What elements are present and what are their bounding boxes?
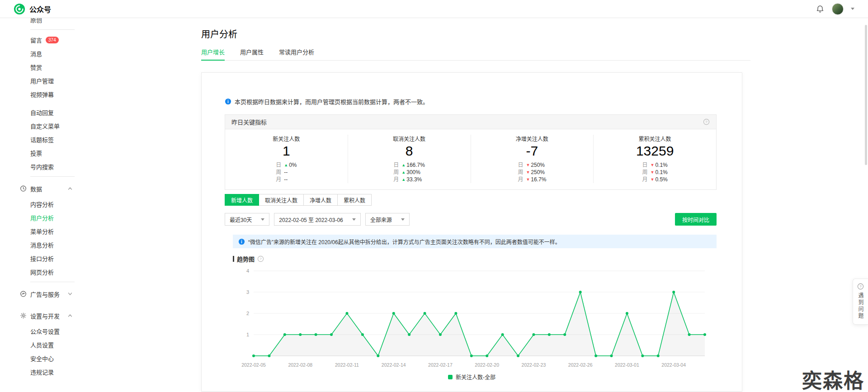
filter-row: 最近30天2022-02-05 至 2022-03-06全部来源 按时间对比: [225, 213, 717, 226]
chevron-down-icon: [68, 292, 72, 296]
trend-up-icon: ▲: [284, 163, 288, 167]
compare-by-time-button[interactable]: 按时间对比: [675, 213, 717, 226]
metric-trend-row: 日▼250%: [518, 161, 546, 169]
sidebar-item-ads-services[interactable]: 广告与服务: [0, 285, 99, 302]
sidebar-item-custom-menu[interactable]: 自定义菜单: [0, 119, 99, 132]
filter-source-dropdown[interactable]: 全部来源: [365, 213, 410, 226]
sidebar-item-staff-settings[interactable]: 人员设置: [0, 338, 99, 351]
svg-text:2022-02-08: 2022-02-08: [288, 362, 312, 368]
metric-tab-1[interactable]: 取消关注人数: [259, 194, 304, 206]
metrics-body: 新关注人数1日▲0%周--月--取消关注人数8日▲166.7%周▲300%月▲3…: [225, 129, 716, 189]
chart-legend[interactable]: 新关注人数-全部: [202, 373, 742, 381]
metric-trend-rows: 日▲166.7%周▲300%月▲33.3%: [393, 161, 425, 183]
sidebar-item-label: 公众号设置: [30, 327, 60, 335]
metric-trend-value: --: [284, 176, 288, 183]
watermark-text: 奕森格: [802, 370, 864, 392]
sidebar-item-label: 消息: [30, 49, 42, 58]
sidebar-item-message-analysis[interactable]: 消息分析: [0, 238, 99, 251]
metric-card-1: 取消关注人数8日▲166.7%周▲300%月▲33.3%: [348, 135, 471, 183]
metric-trend-rows: 日▼0.1%周▼0.1%月▼0.5%: [642, 161, 667, 183]
filter-range-dropdown[interactable]: 最近30天: [225, 213, 269, 226]
sidebar-item-account-search[interactable]: 号内搜索: [0, 160, 99, 173]
metric-period-label: 月: [518, 176, 523, 183]
svg-text:2: 2: [246, 311, 249, 316]
metric-period-label: 周: [393, 169, 399, 176]
metric-card-0: 新关注人数1日▲0%周--月--: [225, 135, 348, 183]
tab-1[interactable]: 用户属性: [240, 46, 264, 60]
wechat-mp-dashboard: 公众号 原创留言374消息赞赏用户管理视频弹幕自动回复自定义菜单话题标签投票号内…: [0, 0, 868, 392]
data-notice: 本页根据昨日数据来计算，而用户管理页根据当前数据计算，两者不一致。: [225, 97, 429, 106]
metric-trend-row: 周▼0.1%: [642, 169, 667, 176]
sidebar-item-label: 广告与服务: [30, 290, 60, 298]
sidebar-item-label: 人员设置: [30, 340, 54, 349]
trend-up-icon: ▲: [401, 178, 406, 182]
metric-value: 13259: [636, 143, 674, 159]
sidebar-item-menu-analysis[interactable]: 菜单分析: [0, 224, 99, 238]
metric-value: 1: [283, 143, 290, 159]
clock-icon: [20, 185, 27, 192]
metric-period-label: 日: [518, 161, 523, 169]
svg-text:1: 1: [246, 332, 249, 337]
sidebar-item-user-analysis[interactable]: 用户分析: [0, 211, 99, 224]
svg-text:4: 4: [246, 268, 249, 274]
metric-label: 取消关注人数: [393, 135, 425, 142]
key-metrics-card: 昨日关键指标 ? 新关注人数1日▲0%周--月--取消关注人数8日▲166.7%…: [225, 114, 717, 190]
help-question-icon[interactable]: ?: [703, 118, 710, 125]
user-avatar[interactable]: [832, 3, 844, 15]
sidebar-item-violation-records[interactable]: 违规记录: [0, 365, 99, 378]
svg-text:?: ?: [705, 120, 708, 124]
sidebar-item-security-center[interactable]: 安全中心: [0, 351, 99, 365]
sidebar-item-video-danmu[interactable]: 视频弹幕: [0, 87, 99, 101]
metric-trend-value: 33.3%: [406, 176, 422, 183]
metric-period-label: 日: [276, 161, 281, 169]
tab-0[interactable]: 用户增长: [201, 46, 225, 60]
metric-tab-0[interactable]: 新增人数: [225, 194, 259, 206]
svg-text:?: ?: [859, 284, 862, 288]
tab-2[interactable]: 常读用户分析: [279, 46, 314, 60]
chevron-down-icon[interactable]: [851, 8, 854, 10]
svg-text:2022-02-05: 2022-02-05: [241, 362, 266, 368]
sidebar-item-api-analysis[interactable]: 接口分析: [0, 251, 99, 265]
metric-trend-value: 250%: [531, 169, 545, 176]
sidebar-item-content-analysis[interactable]: 内容分析: [0, 197, 99, 211]
sidebar-item-data[interactable]: 数据: [0, 180, 99, 197]
sidebar-item-label: 设置与开发: [30, 312, 60, 320]
wechat-logo-icon: [14, 3, 25, 15]
sidebar-item-messages[interactable]: 消息: [0, 47, 99, 60]
sidebar-item-label: 原创: [30, 18, 42, 24]
svg-text:2022-02-11: 2022-02-11: [335, 362, 359, 368]
metric-trend-row: 日▲0%: [276, 161, 297, 169]
svg-text:2022-03-01: 2022-03-01: [615, 362, 639, 368]
metric-period-label: 月: [393, 176, 399, 183]
filter-dates-dropdown[interactable]: 2022-02-05 至 2022-03-06: [274, 213, 360, 226]
key-metrics-title: 昨日关键指标: [231, 118, 267, 126]
sidebar-item-account-settings[interactable]: 公众号设置: [0, 324, 99, 338]
feedback-float-button[interactable]: ? 遇到问题: [853, 279, 868, 325]
bell-icon[interactable]: [816, 5, 825, 14]
sidebar-item-web-analysis[interactable]: 网页分析: [0, 265, 99, 279]
metric-period-label: 月: [642, 176, 647, 183]
metric-trend-value: 0%: [289, 161, 297, 169]
metric-tab-3[interactable]: 累积人数: [337, 194, 372, 206]
metric-period-label: 周: [276, 169, 281, 176]
vertical-scrollbar[interactable]: [865, 25, 867, 165]
sidebar-item-settings-dev[interactable]: 设置与开发: [0, 307, 99, 324]
sidebar-item-comments[interactable]: 留言374: [0, 33, 99, 47]
metric-trend-row: 日▲166.7%: [393, 161, 425, 169]
sidebar-item-vote[interactable]: 投票: [0, 146, 99, 160]
sidebar-item-topic-tags[interactable]: 话题标签: [0, 132, 99, 146]
svg-text:2022-02-14: 2022-02-14: [382, 362, 406, 368]
sidebar-item-user-management[interactable]: 用户管理: [0, 74, 99, 87]
sidebar-item-appreciation[interactable]: 赞赏: [0, 60, 99, 74]
help-question-icon[interactable]: ?: [257, 255, 264, 262]
caret-down-icon: [401, 218, 405, 221]
sidebar-item-label: 号内搜索: [30, 162, 54, 171]
sidebar-item-original[interactable]: 原创: [0, 18, 99, 26]
metric-trend-row: 月▼0.5%: [642, 176, 667, 183]
metric-tab-2[interactable]: 净增人数: [303, 194, 338, 206]
sidebar-item-auto-reply[interactable]: 自动回复: [0, 105, 99, 119]
trend-up-icon: ▲: [401, 163, 406, 167]
metric-card-3: 累积关注人数13259日▼0.1%周▼0.1%月▼0.5%: [593, 135, 716, 183]
metric-trend-row: 周▼250%: [518, 169, 546, 176]
metric-trend-value: --: [284, 169, 288, 176]
